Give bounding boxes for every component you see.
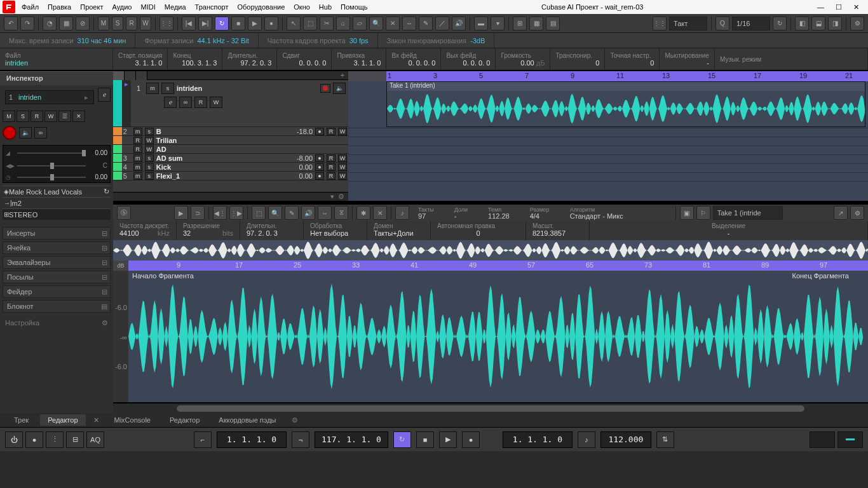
insp-write-button[interactable]: W: [44, 111, 57, 122]
bypass-icon[interactable]: ⊟: [102, 244, 107, 252]
end-value[interactable]: 100. 3. 1. 3: [173, 59, 217, 67]
bypass-icon[interactable]: ⊟: [102, 259, 107, 267]
track-color[interactable]: [113, 80, 122, 126]
tr-solo[interactable]: s: [161, 83, 174, 94]
tr-power-button[interactable]: ⏻: [5, 431, 23, 448]
snap-type[interactable]: ▦: [529, 17, 543, 30]
ed-zoom-tool[interactable]: 🔍: [268, 206, 282, 220]
position-display[interactable]: 1. 1. 1. 0: [503, 431, 573, 448]
insp-lock-button[interactable]: ✕: [72, 111, 85, 122]
ed-range-tool[interactable]: ⬚: [252, 206, 266, 220]
ed-take-field[interactable]: Take 1 (intride: [713, 206, 783, 220]
start-value[interactable]: 3. 1. 1. 0: [118, 59, 162, 67]
sends-section[interactable]: Посылы⊟: [3, 271, 111, 283]
ed-play-tool[interactable]: 🔊: [301, 206, 315, 220]
track-row[interactable]: ▸ 1 m s intriden 🔈 ℯ: [113, 80, 348, 127]
tab-track[interactable]: Трек: [6, 414, 36, 426]
menu-transport[interactable]: Транспорт: [195, 3, 229, 11]
ed-draw-tool[interactable]: ✎: [285, 206, 299, 220]
draw-tool[interactable]: ✎: [419, 17, 433, 30]
tr-punch-button[interactable]: ⊟: [66, 431, 84, 448]
tr-cycle-button[interactable]: ↻: [393, 431, 411, 448]
tr-aq-button[interactable]: AQ: [86, 431, 104, 448]
insp-solo-button[interactable]: S: [17, 111, 29, 122]
config-line[interactable]: ⊞ STEREO: [3, 208, 111, 220]
right-locator[interactable]: 117. 1. 1. 0: [315, 431, 388, 448]
snap-value[interactable]: 3. 1. 1. 0: [337, 59, 381, 67]
menu-hardware[interactable]: Оборудование: [237, 3, 285, 11]
read-button[interactable]: R: [126, 17, 137, 30]
record-enable-button[interactable]: [3, 126, 17, 140]
tr-record[interactable]: [320, 84, 330, 93]
cycle-button[interactable]: ↻: [215, 17, 229, 30]
ed-window-button[interactable]: ↗: [834, 206, 848, 220]
ed-domain[interactable]: Такты+Доли: [374, 229, 424, 237]
color-picker[interactable]: ▾: [491, 17, 505, 30]
snap-grid[interactable]: ▤: [546, 17, 560, 30]
erase-tool[interactable]: ▱: [353, 17, 367, 30]
range-tool[interactable]: ⬚: [303, 17, 317, 30]
write-button[interactable]: W: [140, 17, 151, 30]
tempo-display[interactable]: 112.000: [600, 431, 651, 448]
tracklist-expand-icon[interactable]: ▾: [330, 193, 334, 201]
panlaw-value[interactable]: -3dB: [470, 37, 485, 44]
line-tool[interactable]: ／: [435, 17, 449, 30]
tr-write[interactable]: W: [210, 97, 222, 108]
stop-button[interactable]: ■: [231, 17, 245, 30]
ed-next-button[interactable]: ⋮▶: [229, 206, 243, 220]
tr-read[interactable]: R: [194, 97, 207, 108]
edit-instrument-button[interactable]: ℯ: [98, 88, 111, 102]
format-value[interactable]: 44.1 kHz - 32 Bit: [197, 37, 248, 44]
notepad-section[interactable]: Блокнот▤: [3, 300, 111, 313]
record-button[interactable]: ●: [264, 17, 278, 30]
mute-button[interactable]: M: [98, 17, 109, 30]
track-row[interactable]: RWTrilian: [113, 136, 348, 145]
vis-tab-2[interactable]: [125, 71, 136, 80]
tr-play-button[interactable]: ▶: [439, 431, 457, 448]
volume-value[interactable]: 0.00 дБ: [501, 59, 545, 67]
tab-editor[interactable]: Редактор: [40, 414, 85, 426]
quantize-field[interactable]: 1/16: [732, 17, 770, 30]
fader-section[interactable]: Фейдер⊟: [3, 285, 111, 298]
delay-value[interactable]: 0.00: [88, 173, 107, 180]
insp-mute-button[interactable]: M: [3, 111, 15, 122]
tr-record-button[interactable]: ●: [462, 431, 480, 448]
bypass-icon[interactable]: ⊟: [102, 229, 107, 238]
ed-tempo[interactable]: 112.28: [488, 213, 510, 219]
preset-line[interactable]: ◈ Male Rock Lead Vocals↻: [3, 186, 111, 197]
maximize-icon[interactable]: ☐: [836, 3, 842, 11]
menu-file[interactable]: Файл: [22, 3, 39, 11]
ed-setup-button[interactable]: ⚙: [850, 206, 864, 220]
play-tool[interactable]: 🔊: [452, 17, 466, 30]
vis-tab-3[interactable]: [136, 71, 147, 80]
ed-marker-button[interactable]: ⚐: [696, 206, 710, 220]
editor-hscroll[interactable]: [113, 403, 868, 413]
tr-locator-l-button[interactable]: ⌐: [194, 431, 212, 448]
ed-beats[interactable]: -: [454, 213, 468, 219]
tr-solo[interactable]: s: [145, 128, 154, 135]
tr-precount-button[interactable]: ⋮: [46, 431, 64, 448]
vol-slider[interactable]: [17, 152, 86, 154]
layout2-button[interactable]: ⬓: [811, 17, 825, 30]
vol-value[interactable]: 0.00: [88, 149, 107, 156]
finetune-value[interactable]: 0: [610, 59, 654, 67]
ed-zerocross-button[interactable]: ✕: [373, 206, 387, 220]
transpose-value[interactable]: 0: [555, 59, 599, 67]
menu-midi[interactable]: MIDI: [140, 3, 155, 11]
tab-close-icon[interactable]: ✕: [90, 416, 103, 424]
close-icon[interactable]: ✕: [853, 3, 859, 11]
editor-ruler[interactable]: dB 9 17 25 33 41 49 57 65 73 81 89 97: [113, 261, 868, 271]
tr-inf[interactable]: ∞: [179, 97, 192, 108]
overview-waveform[interactable]: [113, 240, 868, 261]
goto-start-button[interactable]: |◀: [182, 17, 196, 30]
tr-stop-button[interactable]: ■: [416, 431, 434, 448]
monitor-button[interactable]: 🔈: [19, 127, 32, 139]
bypass-icon[interactable]: ⊟: [102, 288, 107, 296]
left-locator[interactable]: 1. 1. 1. 0: [217, 431, 287, 448]
add-track-button[interactable]: +: [337, 71, 348, 79]
ed-sig[interactable]: 4/4: [530, 213, 550, 219]
notepad-icon[interactable]: ▤: [101, 302, 107, 311]
undo-button[interactable]: ↶: [4, 17, 18, 30]
tab-mixconsole[interactable]: MixConsole: [107, 414, 158, 426]
bypass-icon[interactable]: ⊟: [102, 273, 107, 281]
